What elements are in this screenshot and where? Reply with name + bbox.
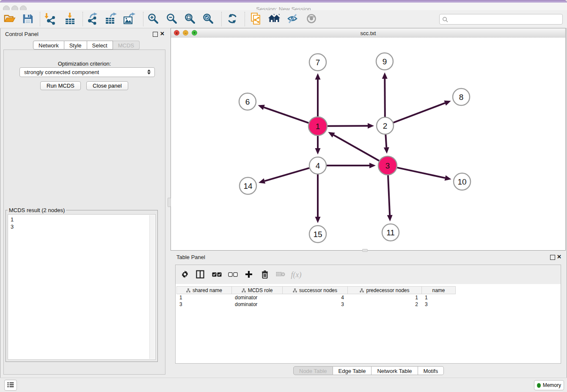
arrowhead-icon [384, 147, 389, 154]
graph-node-10[interactable]: 10 [454, 173, 471, 190]
mcds-panel: Optimization criterion: strongly connect… [3, 50, 165, 375]
function-builder-button[interactable]: f(x) [289, 268, 303, 282]
list-icon [7, 382, 14, 389]
mcds-result-box[interactable]: 1 3 [8, 214, 156, 360]
table-settings-button[interactable] [178, 268, 192, 282]
table-row[interactable]: 1dominator411 [176, 294, 456, 301]
edge-1-7[interactable] [315, 73, 321, 116]
edge-3-1[interactable] [328, 132, 379, 161]
column-header-successor-nodes[interactable]: successor nodes [283, 286, 348, 294]
tab-motifs[interactable]: Motifs [418, 366, 444, 375]
save-session-button[interactable] [20, 12, 35, 26]
edge-1-6[interactable] [258, 105, 309, 123]
control-panel-float-button[interactable] [153, 32, 158, 37]
zoom-selected-button[interactable] [201, 12, 216, 26]
table-cell[interactable]: 3 [176, 301, 232, 308]
tab-network[interactable]: Network [33, 41, 64, 50]
graph-node-15[interactable]: 15 [309, 226, 326, 243]
run-mcds-button[interactable]: Run MCDS [40, 81, 81, 90]
edge-3-10[interactable] [397, 168, 451, 181]
open-session-button[interactable] [2, 12, 17, 26]
eye-icon [306, 13, 317, 25]
export-table-button[interactable] [103, 12, 118, 26]
edge-3-11[interactable] [387, 175, 393, 221]
memory-button[interactable]: Memory [534, 380, 564, 390]
edge-4-15[interactable] [315, 174, 321, 223]
control-panel-close-button[interactable]: ✕ [160, 31, 165, 36]
tab-node-table[interactable]: Node Table [293, 366, 333, 375]
table-panel-close-button[interactable]: ✕ [557, 254, 561, 259]
node-label: 2 [383, 121, 388, 130]
close-panel-button[interactable]: Close panel [86, 81, 128, 90]
tab-edge-table[interactable]: Edge Table [333, 366, 372, 375]
network-window: x – + scc.txt 7968124314101511 [171, 28, 566, 251]
add-column-button[interactable] [242, 268, 256, 282]
graph-node-14[interactable]: 14 [239, 177, 256, 194]
task-history-button[interactable] [4, 380, 17, 391]
table-cell[interactable]: 4 [283, 294, 348, 301]
edge-2-9[interactable] [382, 72, 388, 117]
zoom-out-button[interactable] [164, 12, 179, 26]
table-cell[interactable]: 3 [283, 301, 348, 308]
export-network-button[interactable] [85, 12, 100, 26]
delete-columns-button[interactable] [258, 268, 272, 282]
table-row[interactable]: 3dominator323 [176, 301, 456, 308]
table-cell[interactable]: 3 [422, 301, 456, 308]
graph-node-9[interactable]: 9 [376, 53, 393, 70]
show-graphics-details-button[interactable] [304, 12, 319, 26]
edge-4-14[interactable] [259, 168, 309, 184]
toolbar-separator [40, 12, 40, 26]
export-image-button[interactable] [121, 12, 137, 26]
network-from-document-button[interactable] [248, 12, 264, 26]
table-cell[interactable]: dominator [232, 301, 283, 308]
column-header-MCDS-role[interactable]: MCDS role [232, 286, 283, 294]
graph-node-2[interactable]: 2 [377, 117, 394, 134]
edge-4-3[interactable] [327, 163, 376, 168]
edge-2-3[interactable] [384, 135, 389, 154]
edge-1-2[interactable] [328, 123, 374, 129]
import-network-button[interactable] [42, 12, 58, 26]
graph-node-1[interactable]: 1 [308, 117, 327, 135]
mcds-result-scrollbar[interactable] [149, 215, 155, 359]
split-view-button[interactable] [193, 268, 207, 282]
edge-1-4[interactable] [315, 136, 321, 155]
select-all-columns-button[interactable] [210, 268, 223, 282]
delete-table-icon [276, 271, 285, 279]
tab-style[interactable]: Style [64, 41, 87, 50]
refresh-icon [226, 13, 238, 26]
graph-node-7[interactable]: 7 [309, 54, 326, 71]
table-cell[interactable]: 1 [176, 294, 232, 301]
column-header-shared-name[interactable]: shared name [176, 286, 232, 294]
show-home-button[interactable] [267, 12, 282, 26]
table-cell[interactable]: dominator [232, 294, 283, 301]
table-panel-float-button[interactable] [550, 255, 555, 260]
graph-node-6[interactable]: 6 [239, 93, 256, 110]
criterion-dropdown[interactable]: strongly connected component [19, 67, 155, 77]
graph-node-4[interactable]: 4 [309, 157, 326, 174]
edge-2-8[interactable] [394, 100, 451, 122]
table-cell[interactable]: 2 [348, 301, 422, 308]
network-canvas[interactable]: 7968124314101511 [171, 38, 565, 250]
zoom-fit-button[interactable] [182, 12, 198, 26]
column-header-predecessor-nodes[interactable]: predecessor nodes [348, 286, 422, 294]
graph-node-3[interactable]: 3 [378, 156, 397, 175]
unselect-all-columns-button[interactable] [226, 268, 239, 282]
tab-network-table[interactable]: Network Table [372, 366, 418, 375]
delete-table-button[interactable] [274, 268, 287, 282]
column-header-name[interactable]: name [422, 286, 456, 294]
splitter-handle[interactable] [168, 198, 171, 207]
split-view-icon [196, 270, 204, 280]
splitter-handle[interactable] [362, 249, 368, 252]
graph-node-8[interactable]: 8 [453, 88, 470, 105]
table-cell[interactable]: 1 [422, 294, 456, 301]
zoom-in-button[interactable] [146, 12, 161, 26]
search-input[interactable] [450, 15, 562, 24]
tab-select[interactable]: Select [87, 41, 113, 50]
import-table-button[interactable] [62, 12, 77, 26]
refresh-view-button[interactable] [225, 12, 240, 26]
table-cell[interactable]: 1 [348, 294, 422, 301]
tab-mcds[interactable]: MCDS [113, 41, 140, 50]
import-table-icon [63, 12, 76, 26]
hide-graphics-details-button[interactable] [285, 12, 300, 26]
graph-node-11[interactable]: 11 [382, 224, 399, 241]
